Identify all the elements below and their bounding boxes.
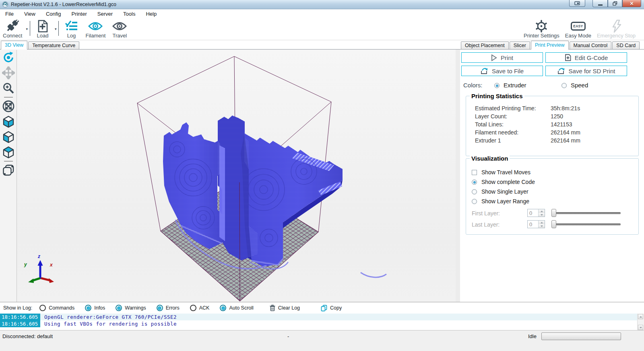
top-view-button[interactable] — [0, 145, 17, 160]
toggle-off-icon — [39, 305, 46, 311]
stat-label: Filament needed: — [475, 129, 518, 136]
log-message: Using fast VBOs for rendering is possibl… — [40, 321, 177, 327]
slider-handle[interactable] — [551, 220, 556, 228]
menu-help[interactable]: Help — [140, 10, 162, 18]
scroll-down-button[interactable] — [638, 325, 643, 330]
view-tool-strip — [0, 50, 17, 302]
window-title: Repetier-Host V2.1.6 - LowerReceiverMid1… — [11, 2, 116, 7]
radio-icon — [561, 83, 567, 88]
slider-handle[interactable] — [551, 209, 556, 217]
axis-indicator: y z x — [24, 254, 54, 283]
print-preview-panel: Print Edit G-Code Save to File Save fo — [460, 49, 644, 302]
tab-sd-card[interactable]: SD Card — [612, 41, 640, 50]
connect-dropdown[interactable]: ▾ — [25, 18, 29, 40]
show-travel-moves-checkbox[interactable]: Show Travel Moves — [472, 169, 530, 176]
spinner-arrows[interactable] — [538, 209, 545, 217]
axis-y-label: y — [24, 262, 27, 267]
app-window: Repetier-Host V2.1.6 - LowerReceiverMid1… — [0, 0, 644, 351]
edit-gcode-icon — [565, 54, 571, 61]
scroll-up-button[interactable] — [638, 314, 643, 319]
toolbar-separator — [30, 21, 30, 36]
tab-manual-control[interactable]: Manual Control — [570, 41, 612, 50]
restore-icon — [613, 1, 617, 6]
title-bar: Repetier-Host V2.1.6 - LowerReceiverMid1… — [0, 0, 644, 9]
tab-object-placement[interactable]: Object Placement — [461, 41, 509, 50]
isometric-view-button[interactable] — [0, 114, 17, 129]
log-filter-commands[interactable]: Commands — [39, 305, 74, 311]
log-filter-ack[interactable]: ACK — [190, 305, 210, 311]
log-filter-infos[interactable]: Infos — [85, 305, 105, 311]
first-layer-spinner[interactable]: 0 — [527, 209, 545, 217]
log-filter-warnings[interactable]: Warnings — [116, 305, 146, 311]
parallel-projection-button[interactable] — [0, 163, 17, 178]
load-button[interactable]: Load — [31, 18, 54, 40]
rotate-view-button[interactable] — [0, 50, 17, 65]
tab-3d-view[interactable]: 3D View — [1, 41, 27, 50]
show-layer-range-radio[interactable]: Show Layer Range — [472, 198, 529, 204]
left-tab-strip: 3D View Temperature Curve — [1, 41, 456, 50]
panel-splitter[interactable] — [456, 49, 460, 302]
last-layer-slider[interactable] — [551, 220, 621, 228]
magnifier-plus-icon — [2, 82, 15, 95]
save-for-sd-label: Save for SD Print — [569, 68, 615, 74]
connect-button[interactable]: Connect — [0, 18, 25, 40]
play-icon — [491, 54, 497, 61]
tab-print-preview[interactable]: Print Preview — [531, 41, 569, 50]
menu-file[interactable]: File — [0, 10, 19, 18]
close-button[interactable]: ✕ — [622, 0, 641, 7]
menu-view[interactable]: View — [19, 10, 41, 18]
restore-button[interactable] — [608, 0, 622, 7]
3d-viewport[interactable]: y z x — [0, 49, 456, 302]
log-message: OpenGL renderer:GeForce GTX 760/PCIe/SSE… — [40, 314, 177, 320]
print-button[interactable]: Print — [461, 52, 543, 63]
stat-value: 262164 mm — [551, 129, 580, 136]
last-layer-spinner[interactable]: 0 — [527, 220, 545, 228]
menu-printer[interactable]: Printer — [66, 10, 92, 18]
printer-settings-button[interactable]: Printer Settings — [521, 18, 562, 40]
log-row: 18:16:56.605 OpenGL renderer:GeForce GTX… — [0, 314, 644, 320]
menu-tools[interactable]: Tools — [118, 10, 140, 18]
fit-view-button[interactable] — [0, 99, 17, 114]
menu-config[interactable]: Config — [41, 10, 66, 18]
log-scrollbar[interactable] — [637, 314, 644, 330]
edit-gcode-button[interactable]: Edit G-Code — [545, 52, 627, 63]
colors-speed-radio[interactable]: Speed — [561, 82, 588, 89]
clear-log-button[interactable]: Clear Log — [270, 305, 300, 311]
move-view-button[interactable] — [0, 65, 17, 81]
strip-separator — [4, 97, 13, 97]
minimize-button[interactable] — [592, 0, 608, 7]
easy-mode-icon: EASY — [571, 20, 585, 33]
copy-log-button[interactable]: Copy — [321, 305, 342, 312]
checkbox-icon — [472, 170, 477, 175]
show-complete-code-radio[interactable]: Show complete Code — [472, 179, 535, 185]
gear-icon — [535, 20, 548, 33]
log-toggle-button[interactable]: Log — [60, 18, 83, 40]
load-dropdown[interactable]: ▾ — [54, 18, 58, 40]
log-filter-errors[interactable]: Errors — [157, 305, 180, 311]
stat-label: Extruder 1 — [475, 137, 501, 144]
spinner-arrows[interactable] — [538, 221, 545, 228]
emergency-stop-button[interactable]: Emergency Stop — [594, 18, 638, 40]
copy-icon — [321, 305, 327, 312]
status-center: - — [287, 333, 289, 339]
titlebar-plugin-button[interactable] — [569, 0, 585, 7]
front-view-button[interactable] — [0, 129, 17, 145]
3d-scene[interactable]: y z x — [17, 50, 455, 302]
save-for-sd-button[interactable]: Save for SD Print — [545, 66, 627, 76]
tab-temperature-curve[interactable]: Temperature Curve — [28, 41, 79, 50]
rotate-icon — [2, 51, 15, 64]
save-to-file-button[interactable]: Save to File — [461, 66, 543, 76]
travel-toggle-button[interactable]: Travel — [108, 18, 131, 40]
first-layer-slider[interactable] — [551, 209, 621, 217]
easy-mode-button[interactable]: EASY Easy Mode — [562, 18, 594, 40]
tab-slicer[interactable]: Slicer — [510, 41, 530, 50]
save-to-file-label: Save to File — [492, 68, 524, 74]
colors-extruder-radio[interactable]: Extruder — [494, 82, 526, 89]
filament-eye-icon — [88, 20, 103, 33]
filament-toggle-button[interactable]: Filament — [83, 18, 108, 40]
zoom-view-button[interactable] — [0, 81, 17, 96]
log-autoscroll-toggle[interactable]: Auto Scroll — [220, 305, 253, 311]
show-single-layer-radio[interactable]: Show Single Layer — [472, 188, 528, 195]
last-layer-label: Last Layer: — [472, 221, 500, 228]
menu-server[interactable]: Server — [92, 10, 118, 18]
